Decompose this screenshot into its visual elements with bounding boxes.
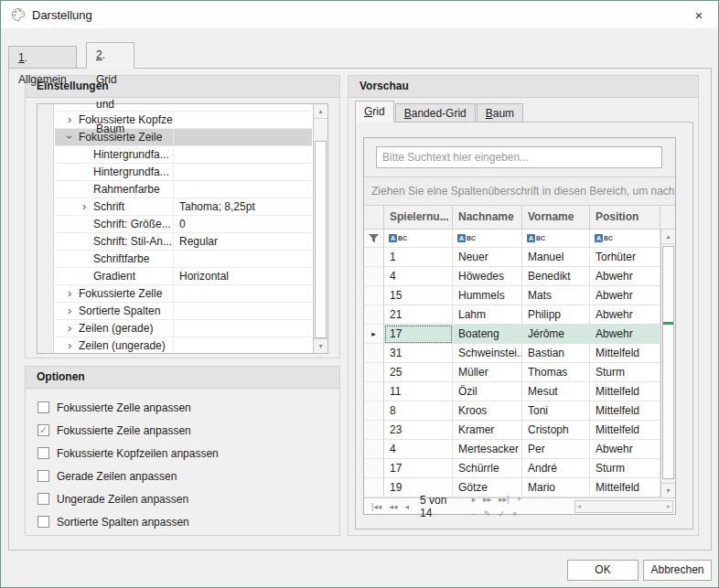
scroll-left-icon[interactable]: ◂ xyxy=(577,502,581,510)
preview-tab[interactable]: Baum xyxy=(477,103,523,123)
tree-scrollbar[interactable]: ▴ ▾ xyxy=(313,104,327,353)
preview-tab[interactable]: Banded-Grid xyxy=(395,103,476,123)
table-row[interactable]: 11 Özil Mesut Mittelfeld xyxy=(364,382,660,401)
expand-chevron-icon[interactable] xyxy=(82,201,93,212)
cell-spielernummer[interactable]: 4 xyxy=(384,440,453,459)
cell-vorname[interactable]: Cristoph xyxy=(522,421,590,440)
tree-row-value[interactable]: Tahoma; 8,25pt xyxy=(174,198,312,215)
checkbox[interactable] xyxy=(38,516,49,528)
navigator-button[interactable]: + xyxy=(517,495,521,504)
cell-nachname[interactable]: Boateng xyxy=(453,325,522,344)
scroll-down-icon[interactable]: ▾ xyxy=(661,483,675,497)
tree-row[interactable]: Hintergrundfa... xyxy=(55,146,312,164)
cell-spielernummer[interactable]: 8 xyxy=(384,401,453,421)
table-row[interactable]: 4 Höwedes Benedikt Abwehr xyxy=(364,267,660,286)
checkbox[interactable] xyxy=(38,470,49,482)
cell-position[interactable]: Mittelfeld xyxy=(590,382,660,401)
scroll-up-icon[interactable]: ▴ xyxy=(314,104,327,119)
cell-vorname[interactable]: Toni xyxy=(522,401,590,421)
table-row[interactable]: 15 Hummels Mats Abwehr xyxy=(364,286,660,305)
cell-nachname[interactable]: Kramer xyxy=(453,421,522,440)
close-icon[interactable]: × xyxy=(690,6,708,24)
cell-nachname[interactable]: Özil xyxy=(453,382,522,401)
cell-position[interactable]: Torhüter xyxy=(590,248,660,267)
tree-row[interactable]: Fokussierte Kopfze... xyxy=(55,112,312,129)
table-row[interactable]: 1 Neuer Manuel Torhüter xyxy=(364,248,660,267)
cell-position[interactable]: Abwehr xyxy=(590,325,660,344)
cell-nachname[interactable]: Kroos xyxy=(453,401,522,421)
checkbox-row[interactable]: Fokussierte Kopfzeilen anpassen xyxy=(38,442,332,465)
cell-spielernummer[interactable]: 11 xyxy=(384,382,453,401)
cell-position[interactable]: Mittelfeld xyxy=(590,344,660,363)
cell-vorname[interactable]: Thomas xyxy=(522,363,590,382)
cell-nachname[interactable]: Schürrle xyxy=(453,459,522,478)
checkbox[interactable] xyxy=(38,401,49,413)
ok-button[interactable]: OK xyxy=(567,560,639,581)
cell-nachname[interactable]: Hummels xyxy=(453,286,522,305)
table-row[interactable]: 25 Müller Thomas Sturm xyxy=(364,363,660,382)
cell-vorname[interactable]: André xyxy=(522,459,590,478)
navigator-button[interactable]: ▸▸| xyxy=(499,495,509,504)
tree-row-value[interactable] xyxy=(174,285,312,302)
cell-position[interactable]: Mittelfeld xyxy=(590,401,660,421)
navigator-button[interactable]: ▸ xyxy=(472,495,477,504)
table-row[interactable]: 23 Kramer Cristoph Mittelfeld xyxy=(364,421,660,440)
cell-position[interactable]: Abwehr xyxy=(590,440,660,459)
cell-position[interactable]: Abwehr xyxy=(590,267,660,286)
table-row[interactable]: 21 Lahm Philipp Abwehr xyxy=(364,305,660,325)
cell-position[interactable]: Mittelfeld xyxy=(590,478,660,497)
expand-chevron-icon[interactable] xyxy=(68,132,79,143)
column-header-spielernummer[interactable]: Spielernu... xyxy=(384,206,453,229)
cell-vorname[interactable]: Mesut xyxy=(522,382,590,401)
cell-spielernummer[interactable]: 23 xyxy=(384,421,453,440)
cell-spielernummer[interactable]: 21 xyxy=(384,305,453,325)
tree-row[interactable]: Schriftfarbe xyxy=(55,251,312,268)
tab-grid-und-baum[interactable]: 2. Grid und Baum xyxy=(86,42,134,69)
navigator-button[interactable]: ✎ xyxy=(484,509,491,519)
group-by-panel[interactable]: Ziehen Sie eine Spaltenüberschrift in di… xyxy=(364,176,675,206)
scroll-up-icon[interactable]: ▴ xyxy=(661,230,675,244)
tree-row[interactable]: Zeilen (gerade) xyxy=(55,320,312,337)
cell-vorname[interactable]: Philipp xyxy=(522,305,590,325)
cell-spielernummer[interactable]: 1 xyxy=(384,248,453,267)
tree-row[interactable]: Zeilen (ungerade) xyxy=(55,337,312,353)
cell-position[interactable]: Abwehr xyxy=(590,305,660,325)
tree-row[interactable]: Fokussierte Zeile xyxy=(55,129,312,146)
table-row[interactable]: 17 Boateng Jérôme Abwehr xyxy=(364,325,660,344)
grid-horizontal-scrollbar[interactable]: ◂ ▸ xyxy=(574,500,673,513)
expand-chevron-icon[interactable] xyxy=(68,114,79,125)
tree-row[interactable]: Schrift Tahoma; 8,25pt xyxy=(55,198,312,216)
cell-vorname[interactable]: Bastian xyxy=(522,344,590,363)
table-row[interactable]: 8 Kroos Toni Mittelfeld xyxy=(364,401,660,421)
cell-position[interactable]: Sturm xyxy=(590,459,660,478)
tab-allgemein[interactable]: 1. Allgemein xyxy=(8,46,77,69)
navigator-button[interactable]: − xyxy=(472,509,477,519)
navigator-button[interactable]: ◂ xyxy=(404,502,409,511)
tree-row-value[interactable] xyxy=(174,181,312,198)
navigator-button[interactable]: ◂◂ xyxy=(389,502,397,511)
tree-row[interactable]: Rahmenfarbe xyxy=(55,181,312,198)
tree-row-value[interactable] xyxy=(174,112,312,128)
cancel-button[interactable]: Abbrechen xyxy=(643,560,712,581)
checkbox[interactable] xyxy=(38,447,49,459)
checkbox-row[interactable]: Gerade Zeilen anpassen xyxy=(38,465,332,487)
tree-row-value[interactable] xyxy=(174,251,312,267)
tree-row-value[interactable] xyxy=(174,164,312,180)
tree-row[interactable]: Schrift: Stil-An... Regular xyxy=(55,233,312,251)
cell-nachname[interactable]: Lahm xyxy=(453,305,522,325)
cell-vorname[interactable]: Mats xyxy=(522,286,590,305)
checkbox[interactable] xyxy=(38,493,49,505)
filter-cell-spielernummer[interactable]: ABC xyxy=(384,230,453,248)
grid-scrollbar-thumb[interactable] xyxy=(662,246,674,479)
column-header-vorname[interactable]: Vorname xyxy=(522,206,590,229)
checkbox-row[interactable]: Ungerade Zeilen anpassen xyxy=(38,487,332,510)
cell-nachname[interactable]: Höwedes xyxy=(453,267,522,286)
cell-vorname[interactable]: Benedikt xyxy=(522,267,590,286)
tree-row-value[interactable] xyxy=(174,303,312,319)
expand-chevron-icon[interactable] xyxy=(68,305,79,316)
column-header-nachname[interactable]: Nachname xyxy=(453,206,522,229)
cell-vorname[interactable]: Manuel xyxy=(522,248,590,267)
expand-chevron-icon[interactable] xyxy=(68,340,79,351)
filter-cell-position[interactable]: ABC xyxy=(590,230,660,248)
cell-spielernummer[interactable]: 25 xyxy=(384,363,453,382)
